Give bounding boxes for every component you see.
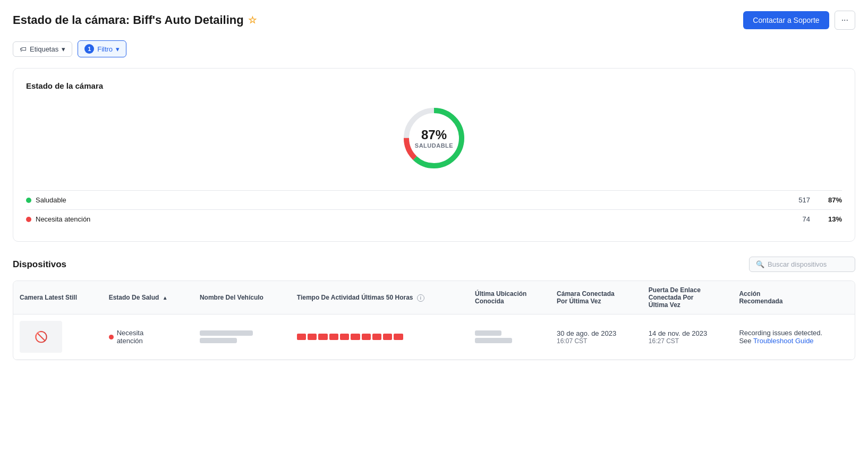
bar-seg-4 bbox=[329, 334, 338, 340]
healthy-dot bbox=[26, 198, 31, 203]
col-action: AcciónRecomendada bbox=[733, 281, 855, 314]
tag-icon: 🏷 bbox=[20, 45, 27, 53]
cell-camera-connected: 30 de ago. de 2023 16:07 CST bbox=[550, 314, 642, 360]
devices-table: Camera Latest Still Estado De Salud ▲ No… bbox=[13, 281, 855, 360]
tags-filter-button[interactable]: 🏷 Etiquetas ▾ bbox=[13, 41, 72, 57]
action-see-label: See bbox=[739, 337, 753, 345]
devices-title: Dispositivos bbox=[13, 259, 66, 270]
loc-blur-2 bbox=[475, 338, 512, 343]
healthy-pct: 87% bbox=[810, 196, 842, 204]
col-last-location: Última UbicaciónConocida bbox=[469, 281, 550, 314]
more-options-button[interactable]: ··· bbox=[835, 11, 855, 30]
camera-status-card: Estado de la cámara 87% SALUDABLE bbox=[13, 68, 855, 242]
bar-seg-2 bbox=[308, 334, 317, 340]
star-icon[interactable]: ☆ bbox=[248, 14, 257, 26]
search-icon: 🔍 bbox=[756, 260, 764, 268]
blur-line-1 bbox=[200, 330, 253, 336]
location-blurred bbox=[475, 330, 544, 343]
cell-action: Recording issues detected. See Troublesh… bbox=[733, 314, 855, 360]
bar-seg-7 bbox=[362, 334, 371, 340]
col-health-status[interactable]: Estado De Salud ▲ bbox=[103, 281, 193, 314]
title-text: Estado de la cámara: Biff's Auto Detaili… bbox=[13, 13, 244, 27]
cell-gateway-connected: 14 de nov. de 2023 16:27 CST bbox=[642, 314, 733, 360]
col-gateway-connected: Puerta De EnlaceConectada PorÚltima Vez bbox=[642, 281, 733, 314]
filtro-chevron-icon: ▾ bbox=[116, 45, 120, 53]
donut-chart-container: 87% SALUDABLE bbox=[26, 101, 842, 175]
camera-still-image: 🚫 bbox=[20, 321, 62, 353]
filter-bar: 🏷 Etiquetas ▾ 1 Filtro ▾ bbox=[13, 40, 855, 57]
bar-seg-1 bbox=[297, 334, 306, 340]
search-box[interactable]: 🔍 Buscar dispositivos bbox=[749, 257, 855, 272]
bar-seg-8 bbox=[372, 334, 381, 340]
gateway-connected-date: 14 de nov. de 2023 bbox=[649, 329, 727, 337]
cell-activity bbox=[291, 314, 469, 360]
bar-seg-9 bbox=[383, 334, 392, 340]
healthy-label: Saludable bbox=[36, 196, 768, 204]
donut-chart: 87% SALUDABLE bbox=[397, 101, 471, 175]
bar-seg-10 bbox=[394, 334, 403, 340]
donut-subtitle: SALUDABLE bbox=[415, 142, 453, 149]
attention-count: 74 bbox=[768, 215, 810, 223]
status-needs-attention: Necesitaatención bbox=[109, 329, 187, 345]
devices-section: Dispositivos 🔍 Buscar dispositivos Camer… bbox=[13, 257, 855, 360]
table-row: 🚫 Necesitaatención bbox=[13, 314, 855, 360]
search-placeholder: Buscar dispositivos bbox=[768, 260, 827, 268]
donut-percentage: 87% bbox=[415, 128, 453, 142]
filtro-button[interactable]: 1 Filtro ▾ bbox=[78, 40, 126, 57]
activity-bar bbox=[297, 334, 403, 340]
filtro-label: Filtro bbox=[97, 45, 113, 53]
activity-info-icon[interactable]: i bbox=[417, 294, 424, 302]
no-video-icon: 🚫 bbox=[35, 330, 48, 343]
cell-last-location bbox=[469, 314, 550, 360]
attention-dot bbox=[26, 217, 31, 222]
cell-vehicle-name bbox=[193, 314, 291, 360]
col-camera-connected: Cámara ConectadaPor Última Vez bbox=[550, 281, 642, 314]
legend: Saludable 517 87% Necesita atención 74 1… bbox=[26, 190, 842, 228]
col-camera-still: Camera Latest Still bbox=[13, 281, 103, 314]
cell-health-status: Necesitaatención bbox=[103, 314, 193, 360]
healthy-count: 517 bbox=[768, 196, 810, 204]
troubleshoot-link[interactable]: Troubleshoot Guide bbox=[753, 337, 814, 345]
header-actions: Contactar a Soporte ··· bbox=[743, 11, 855, 30]
col-vehicle-name: Nombre Del Vehículo bbox=[193, 281, 291, 314]
camera-connected-time: 16:07 CST bbox=[557, 337, 636, 345]
action-description: Recording issues detected. bbox=[739, 329, 822, 337]
page-header: Estado de la cámara: Biff's Auto Detaili… bbox=[13, 11, 855, 30]
status-dot-red bbox=[109, 335, 114, 339]
camera-connected-date: 30 de ago. de 2023 bbox=[557, 329, 636, 337]
action-text: Recording issues detected. See Troublesh… bbox=[739, 329, 848, 345]
page-title: Estado de la cámara: Biff's Auto Detaili… bbox=[13, 13, 257, 27]
devices-table-wrap: Camera Latest Still Estado De Salud ▲ No… bbox=[13, 280, 855, 360]
table-header: Camera Latest Still Estado De Salud ▲ No… bbox=[13, 281, 855, 314]
status-label: Necesitaatención bbox=[117, 329, 144, 345]
gateway-connected-time: 16:27 CST bbox=[649, 337, 727, 345]
card-title: Estado de la cámara bbox=[26, 81, 842, 90]
legend-row-needs-attention: Necesita atención 74 13% bbox=[26, 209, 842, 228]
attention-label: Necesita atención bbox=[36, 215, 768, 223]
loc-blur-1 bbox=[475, 330, 501, 336]
bar-seg-5 bbox=[340, 334, 349, 340]
attention-pct: 13% bbox=[810, 215, 842, 223]
bar-seg-6 bbox=[351, 334, 360, 340]
tags-chevron-icon: ▾ bbox=[62, 45, 65, 53]
bar-seg-3 bbox=[318, 334, 327, 340]
tags-label: Etiquetas bbox=[30, 45, 58, 53]
blur-line-2 bbox=[200, 338, 237, 343]
filter-count-badge: 1 bbox=[84, 44, 94, 54]
vehicle-name-blurred bbox=[200, 330, 284, 343]
contact-support-button[interactable]: Contactar a Soporte bbox=[743, 11, 829, 29]
cell-camera-still: 🚫 bbox=[13, 314, 103, 360]
devices-header: Dispositivos 🔍 Buscar dispositivos bbox=[13, 257, 855, 272]
donut-label: 87% SALUDABLE bbox=[415, 128, 453, 149]
legend-row-healthy: Saludable 517 87% bbox=[26, 190, 842, 209]
col-activity-time: Tiempo De Actividad Últimas 50 Horas i bbox=[291, 281, 469, 314]
table-body: 🚫 Necesitaatención bbox=[13, 314, 855, 360]
